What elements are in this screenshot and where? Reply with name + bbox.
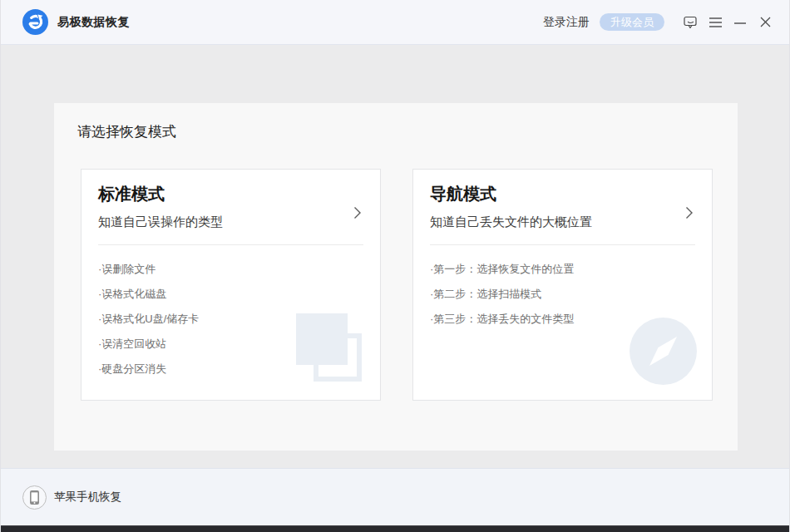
menu-button[interactable]: [704, 12, 726, 33]
main-area: 请选择恢复模式 标准模式 知道自己误操作的类型 ·误删除文件 ·误格式化磁盘 ·…: [1, 45, 789, 468]
footer-label: 苹果手机恢复: [54, 490, 121, 505]
minimize-icon: [734, 17, 746, 27]
list-item: ·第二步：选择扫描模式: [430, 282, 695, 307]
window-bottom-shadow: [1, 525, 789, 532]
page-title: 请选择恢复模式: [77, 122, 176, 141]
feedback-button[interactable]: [679, 12, 701, 33]
card-subtitle: 知道自己丢失文件的大概位置: [430, 214, 695, 229]
list-item: ·第一步：选择恢复文件的位置: [430, 257, 695, 282]
mode-card-standard[interactable]: 标准模式 知道自己误操作的类型 ·误删除文件 ·误格式化磁盘 ·误格式化U盘/储…: [81, 169, 381, 401]
card-title: 导航模式: [430, 183, 695, 205]
minimize-button[interactable]: [729, 12, 751, 33]
login-register-link[interactable]: 登录注册: [543, 15, 590, 30]
title-bar: 易极数据恢复 登录注册 升级会员: [1, 0, 789, 45]
close-button[interactable]: [754, 12, 776, 33]
list-item: ·误删除文件: [98, 257, 363, 282]
menu-icon: [709, 17, 722, 27]
phone-icon: [22, 485, 47, 510]
apple-phone-recovery-button[interactable]: 苹果手机恢复: [22, 485, 121, 510]
card-step-list: ·第一步：选择恢复文件的位置 ·第二步：选择扫描模式 ·第三步：选择丢失的文件类…: [430, 257, 695, 332]
list-item: ·第三步：选择丢失的文件类型: [430, 307, 695, 332]
titlebar-actions: 登录注册 升级会员: [543, 12, 776, 33]
close-icon: [760, 17, 771, 27]
list-item: ·误清空回收站: [98, 332, 363, 357]
list-item: ·硬盘分区消失: [98, 357, 363, 382]
app-title: 易极数据恢复: [57, 15, 130, 30]
chevron-right-icon: [685, 206, 694, 219]
feedback-icon: [684, 16, 698, 29]
app-window: 易极数据恢复 登录注册 升级会员: [0, 0, 790, 532]
app-logo-icon: [22, 9, 48, 35]
mode-card-navigation[interactable]: 导航模式 知道自己丢失文件的大概位置 ·第一步：选择恢复文件的位置 ·第二步：选…: [412, 169, 713, 401]
card-divider: [430, 244, 695, 245]
footer-bar: 苹果手机恢复: [1, 468, 789, 525]
card-title: 标准模式: [98, 183, 363, 205]
mode-select-panel: 请选择恢复模式 标准模式 知道自己误操作的类型 ·误删除文件 ·误格式化磁盘 ·…: [54, 103, 738, 451]
card-subtitle: 知道自己误操作的类型: [98, 214, 363, 229]
list-item: ·误格式化U盘/储存卡: [98, 307, 363, 332]
card-feature-list: ·误删除文件 ·误格式化磁盘 ·误格式化U盘/储存卡 ·误清空回收站 ·硬盘分区…: [98, 257, 363, 382]
upgrade-member-button[interactable]: 升级会员: [600, 13, 664, 31]
chevron-right-icon: [353, 206, 362, 219]
list-item: ·误格式化磁盘: [98, 282, 363, 307]
card-divider: [98, 244, 363, 245]
mode-cards: 标准模式 知道自己误操作的类型 ·误删除文件 ·误格式化磁盘 ·误格式化U盘/储…: [81, 169, 713, 401]
